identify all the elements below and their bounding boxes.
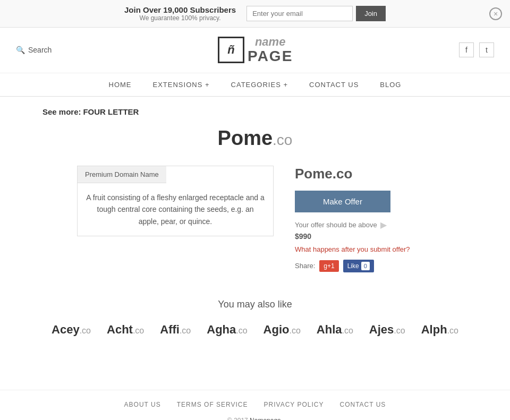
- header: 🔍 Search ñ name PAGE f t: [0, 28, 510, 73]
- share-label: Share:: [295, 262, 315, 270]
- also-like-section: You may also like Acey.co Acht.co Affi.c…: [42, 299, 468, 337]
- offer-arrow-icon: ▶: [380, 220, 387, 230]
- description-header: Premium Domain Name: [78, 166, 166, 183]
- banner-headline: Join Over 19,000 Subscribers: [124, 5, 236, 14]
- twitter-icon[interactable]: t: [479, 42, 494, 57]
- domain-tld-main: .co: [273, 132, 292, 148]
- logo[interactable]: ñ name PAGE: [218, 36, 293, 65]
- search-button[interactable]: 🔍 Search: [16, 46, 52, 54]
- top-banner: Join Over 19,000 Subscribers We guarante…: [0, 0, 510, 28]
- share-row: Share: g+1 Like 0: [295, 260, 433, 272]
- facebook-icon[interactable]: f: [459, 42, 474, 57]
- domain-name-main: Pome: [218, 127, 273, 149]
- list-item[interactable]: Acht.co: [107, 323, 144, 337]
- banner-form: Join: [246, 6, 386, 21]
- footer-nav: ABOUT US TERMS OF SERVICE PRIVACY POLICY…: [0, 401, 510, 408]
- see-more-link[interactable]: FOUR LETTER: [83, 107, 139, 116]
- offer-price: $990: [295, 232, 433, 241]
- list-item[interactable]: Acey.co: [52, 323, 91, 337]
- offer-panel: Pome.co Make Offer Your offer should be …: [295, 166, 433, 272]
- list-item[interactable]: Ahla.co: [317, 323, 353, 337]
- footer-about[interactable]: ABOUT US: [124, 401, 161, 408]
- logo-text: name PAGE: [248, 36, 293, 65]
- also-like-title: You may also like: [42, 299, 468, 310]
- nav-home[interactable]: HOME: [109, 81, 132, 89]
- join-button[interactable]: Join: [356, 6, 386, 21]
- offer-faq-link[interactable]: What happens after you submit offer?: [295, 245, 410, 253]
- offer-info: Your offer should be above ▶: [295, 220, 433, 230]
- logo-icon: ñ: [227, 43, 234, 57]
- main-content: See more: FOUR LETTER Pome.co Premium Do…: [0, 97, 510, 358]
- close-banner-button[interactable]: ×: [489, 7, 502, 20]
- social-links: f t: [459, 42, 494, 57]
- nav-extensions[interactable]: EXTENSIONS +: [153, 81, 210, 89]
- footer-terms[interactable]: TERMS OF SERVICE: [177, 401, 248, 408]
- footer-brand[interactable]: Namepage.: [250, 417, 283, 420]
- list-item[interactable]: Agio.co: [264, 323, 301, 337]
- list-item[interactable]: Agha.co: [207, 323, 247, 337]
- email-input[interactable]: [246, 6, 353, 21]
- footer-copyright: © 2017 Namepage.: [0, 417, 510, 420]
- search-label: Search: [28, 46, 52, 54]
- logo-name: name: [248, 36, 293, 48]
- see-more-prefix: See more:: [42, 107, 81, 116]
- see-more: See more: FOUR LETTER: [42, 107, 468, 116]
- nav-categories[interactable]: CATEGORIES +: [231, 81, 288, 89]
- fb-count: 0: [361, 262, 370, 270]
- banner-text: Join Over 19,000 Subscribers We guarante…: [124, 5, 236, 22]
- domain-info-grid: Premium Domain Name A fruit consisting o…: [42, 166, 468, 272]
- description-body: A fruit consisting of a fleshy enlarged …: [78, 183, 273, 236]
- banner-subtext: We guarantee 100% privacy.: [124, 14, 236, 22]
- footer-privacy[interactable]: PRIVACY POLICY: [264, 401, 324, 408]
- footer: ABOUT US TERMS OF SERVICE PRIVACY POLICY…: [0, 390, 510, 420]
- make-offer-button[interactable]: Make Offer: [295, 191, 390, 212]
- facebook-like-button[interactable]: Like 0: [343, 260, 374, 272]
- footer-contact[interactable]: CONTACT US: [339, 401, 386, 408]
- logo-page: PAGE: [248, 48, 293, 65]
- domain-title: Pome.co: [42, 127, 468, 150]
- search-icon: 🔍: [16, 46, 25, 54]
- list-item[interactable]: Affi.co: [160, 323, 191, 337]
- main-nav: HOME EXTENSIONS + CATEGORIES + CONTACT U…: [0, 73, 510, 97]
- offer-domain-name: Pome.co: [295, 166, 433, 182]
- list-item[interactable]: Ajes.co: [369, 323, 405, 337]
- also-like-list: Acey.co Acht.co Affi.co Agha.co Agio.co …: [42, 323, 468, 337]
- logo-icon-box: ñ: [218, 37, 244, 63]
- nav-contact[interactable]: CONTACT US: [309, 81, 359, 89]
- description-box: Premium Domain Name A fruit consisting o…: [77, 166, 274, 236]
- nav-blog[interactable]: BLOG: [380, 81, 401, 89]
- list-item[interactable]: Alph.co: [421, 323, 458, 337]
- gplus-button[interactable]: g+1: [319, 260, 338, 272]
